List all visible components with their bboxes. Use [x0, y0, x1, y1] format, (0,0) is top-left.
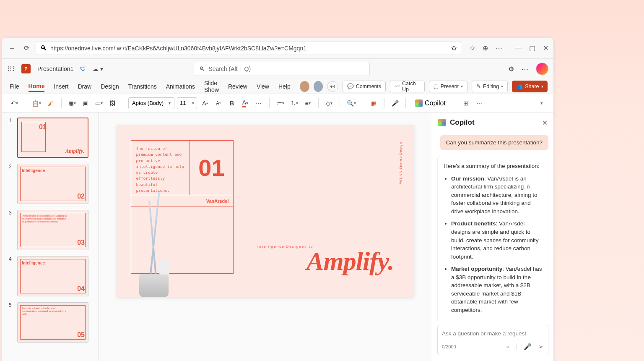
thumb-number: 4 — [9, 256, 14, 296]
slide-title: Amplify. — [306, 246, 394, 276]
close-copilot-button[interactable]: ✕ — [542, 119, 548, 127]
attach-icon[interactable]: ▫ — [506, 343, 509, 351]
new-slide-button[interactable]: ▦ ▾ — [67, 97, 78, 109]
editing-mode-button[interactable]: ✎ Editing ▾ — [472, 81, 508, 92]
picture-button[interactable]: 🖼 — [107, 97, 118, 109]
tab-animations[interactable]: Animations — [166, 81, 195, 92]
plant-illustration — [131, 188, 190, 297]
layout-button[interactable]: ▣ — [80, 97, 91, 109]
slide-thumbnail-4[interactable]: Intelligence 04 — [17, 256, 88, 296]
more-toolbar-button[interactable]: ⋯ — [474, 97, 485, 109]
present-button[interactable]: ▢ Present ▾ — [429, 81, 467, 92]
paste-button[interactable]: 📋 ▾ — [30, 97, 43, 109]
more-header-icon[interactable]: ⋯ — [522, 65, 528, 73]
cloud-sync-icon[interactable]: ☁ ▾ — [93, 65, 103, 72]
copilot-panel: Copilot ✕ Can you summarize this present… — [432, 112, 553, 361]
address-bar[interactable]: 🔍︎ ✩ — [36, 42, 461, 55]
slide-thumbnail-5[interactable]: Focus is achieving the level of concentr… — [17, 302, 88, 343]
copilot-input-box[interactable]: 0/2000 ▫ | 🎤 ➢ — [437, 325, 548, 355]
app-header: ⁝⁝⁝ P Presentation1 🛡 ☁ ▾ 🔍︎ Search (Alt… — [2, 59, 553, 79]
comments-button[interactable]: 💬 Comments — [343, 81, 386, 92]
shield-icon[interactable]: 🛡 — [80, 65, 86, 72]
tab-review[interactable]: Review — [228, 81, 247, 92]
catchup-button[interactable]: 〰 Catch Up — [390, 81, 425, 92]
collaborator-overflow[interactable]: +4 — [327, 81, 338, 92]
slide-thumbnails-panel: 1 01 Amplify. 2 Intelligence 02 3 — [2, 112, 99, 361]
close-button[interactable]: ✕ — [543, 44, 548, 52]
font-color-button[interactable]: A ▾ — [240, 97, 251, 109]
slide-thumbnail-1[interactable]: 01 Amplify. — [17, 118, 88, 158]
tab-slideshow[interactable]: Slide Show — [204, 78, 219, 95]
slide-thumbnail-3[interactable]: Personalized experiences are tailored to… — [17, 210, 88, 250]
section-button[interactable]: ▭ ▾ — [93, 97, 104, 109]
settings-icon[interactable]: ⚙ — [508, 65, 514, 73]
copilot-input-area: 0/2000 ▫ | 🎤 ➢ — [432, 321, 553, 361]
tab-draw[interactable]: Draw — [78, 81, 91, 92]
more-font-button[interactable]: ⋯ — [253, 97, 264, 109]
find-button[interactable]: 🔍 ▾ — [345, 97, 358, 109]
copilot-icon — [415, 99, 423, 107]
summary-bullet: Our mission: VanArsdel is an architectur… — [451, 175, 542, 216]
bullets-button[interactable]: ≔ ▾ — [275, 97, 286, 109]
browser-window: ← ⟳ 🔍︎ ✩ ✩ ⊕ ⋯ — ▢ ✕ ⁝⁝⁝ P Presentation1… — [2, 38, 553, 361]
browser-toolbar: ← ⟳ 🔍︎ ✩ ✩ ⊕ ⋯ — ▢ ✕ — [2, 38, 553, 59]
format-painter-button[interactable]: 🖌 — [45, 97, 56, 109]
collaborator-avatar[interactable] — [300, 81, 309, 92]
star-outline-icon[interactable]: ✩ — [451, 44, 457, 52]
tab-insert[interactable]: Insert — [54, 81, 68, 92]
user-avatar[interactable] — [536, 63, 548, 75]
tab-home[interactable]: Home — [29, 81, 45, 92]
refresh-button[interactable]: ⟳ — [21, 43, 31, 53]
designer-button[interactable]: ▦ — [368, 97, 379, 109]
copilot-response: Here's a summary of the presentation: Ou… — [437, 156, 548, 321]
font-selector[interactable]: Aptos (Body)▾ — [128, 97, 174, 109]
font-size-selector[interactable]: 11▾ — [177, 97, 197, 109]
undo-button[interactable]: ↶ ▾ — [9, 97, 20, 109]
align-button[interactable]: ≡ ▾ — [302, 97, 313, 109]
bold-button[interactable]: B — [226, 97, 237, 109]
url-input[interactable] — [50, 45, 448, 52]
copilot-toolbar-button[interactable]: Copilot — [411, 97, 450, 110]
toolbar: ↶ ▾ 📋 ▾ 🖌 ▦ ▾ ▣ ▭ ▾ 🖼 Aptos (Body)▾ 11▾ … — [2, 94, 553, 112]
share-button[interactable]: 👥 Share ▾ — [512, 81, 547, 92]
minimize-button[interactable]: — — [515, 44, 522, 52]
small-pot-illustration — [158, 260, 170, 275]
search-box[interactable]: 🔍︎ Search (Alt + Q) — [194, 62, 370, 76]
tab-help[interactable]: Help — [278, 81, 291, 92]
favorites-icon[interactable]: ✩ — [470, 44, 475, 52]
mic-icon[interactable]: 🎤 — [524, 343, 532, 351]
dictate-button[interactable]: 🎤 — [390, 97, 400, 109]
char-count: 0/2000 — [442, 344, 456, 349]
current-slide[interactable]: The fusion of premium content and pro-ac… — [117, 125, 414, 297]
collapse-ribbon-button[interactable]: ▾ — [536, 97, 547, 109]
maximize-button[interactable]: ▢ — [529, 44, 535, 52]
copilot-icon — [438, 119, 446, 126]
increase-font-button[interactable]: A▴ — [200, 97, 210, 109]
thumb-number: 2 — [9, 164, 14, 204]
tab-transitions[interactable]: Transitions — [128, 81, 157, 92]
document-title[interactable]: Presentation1 — [37, 65, 73, 72]
copilot-title: Copilot — [450, 118, 475, 127]
ribbon-tabs: File Home Insert Draw Design Transitions… — [2, 79, 553, 94]
grid-view-button[interactable]: ⊞ — [460, 97, 471, 109]
thumb-number: 1 — [9, 118, 14, 158]
shapes-button[interactable]: ◇ ▾ — [324, 97, 335, 109]
decrease-font-button[interactable]: A▾ — [213, 97, 224, 109]
tab-design[interactable]: Design — [101, 81, 119, 92]
collections-icon[interactable]: ⊕ — [483, 44, 488, 52]
slide-thumbnail-2[interactable]: Intelligence 02 — [17, 164, 88, 204]
thumb-number: 5 — [9, 302, 14, 343]
app-launcher-icon[interactable]: ⁝⁝⁝ — [7, 64, 15, 73]
thumb-number: 3 — [9, 210, 14, 250]
collaborator-avatar[interactable] — [314, 81, 323, 92]
send-icon[interactable]: ➢ — [538, 343, 544, 351]
summary-bullet: Market opportunity: VanArsdel has a $3B … — [451, 265, 542, 314]
search-icon: 🔍︎ — [199, 65, 205, 72]
tab-view[interactable]: View — [257, 81, 269, 92]
slide-canvas[interactable]: The fusion of premium content and pro-ac… — [99, 112, 432, 361]
numbering-button[interactable]: ⒈ ▾ — [288, 97, 300, 109]
tab-file[interactable]: File — [10, 81, 19, 92]
copilot-input[interactable] — [442, 330, 544, 337]
more-icon[interactable]: ⋯ — [496, 44, 502, 52]
back-button[interactable]: ← — [7, 43, 17, 53]
